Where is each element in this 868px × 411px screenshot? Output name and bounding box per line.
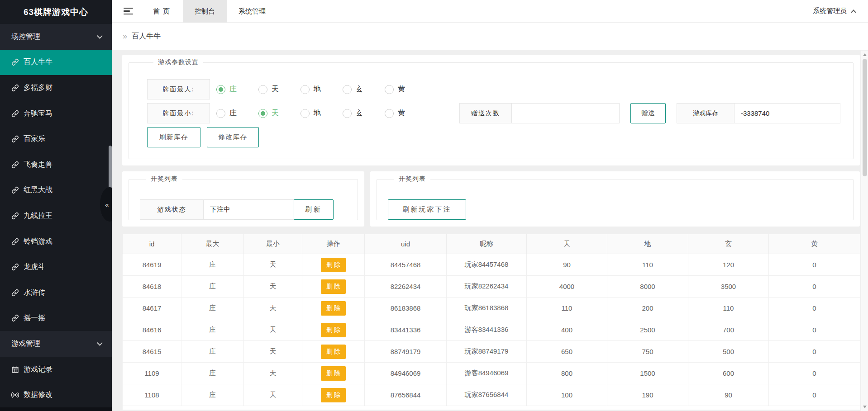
radio-icon (216, 109, 225, 118)
delete-button[interactable]: 删除 (321, 301, 346, 316)
link-icon (11, 135, 19, 143)
scroll-up-icon[interactable] (863, 53, 867, 56)
sidebar-item-game-records[interactable]: 游戏记录 (0, 357, 112, 383)
sidebar-bottom-stub (0, 407, 112, 411)
radio-min-tian[interactable]: 天 (258, 109, 300, 118)
hamburger-icon[interactable] (124, 8, 133, 14)
cell-action: 删除 (302, 276, 365, 298)
table-header-row: id 最大 最小 操作 uid 昵称 天 地 玄 黄 (123, 234, 860, 254)
radio-icon (385, 109, 394, 118)
cell-xuan: 700 (688, 319, 769, 341)
scrollbar-thumb[interactable] (863, 59, 867, 176)
sidebar-item-yaoyiyao[interactable]: 摇一摇 (0, 306, 112, 331)
radio-max-di[interactable]: 地 (300, 85, 343, 94)
radio-min-di[interactable]: 地 (300, 109, 343, 118)
col-action: 操作 (302, 234, 365, 254)
delete-button[interactable]: 删除 (321, 366, 346, 381)
sidebar-section-game-management[interactable]: 游戏管理 (0, 331, 112, 357)
max-radio-group: 庄 天 地 玄 (216, 85, 427, 94)
radio-icon (300, 109, 310, 118)
sidebar-item-label: 龙虎斗 (24, 262, 45, 272)
sidebar-item-label: 百人牛牛 (24, 57, 52, 67)
sidebar-item-label: 铃铛游戏 (24, 237, 52, 246)
tab-home[interactable]: 首页 (143, 0, 183, 23)
delete-button[interactable]: 删除 (321, 279, 346, 294)
radio-min-xuan[interactable]: 玄 (343, 109, 385, 118)
gift-count-input[interactable] (511, 103, 620, 123)
chevron-down-icon (97, 33, 103, 39)
sidebar-item-benchibaoma[interactable]: 奔驰宝马 (0, 101, 112, 127)
link-icon (11, 58, 19, 66)
cell-tian: 100 (527, 384, 607, 406)
cell-action: 删除 (302, 298, 365, 319)
sidebar-item-jiuxianlawang[interactable]: 九线拉王 (0, 203, 112, 229)
top-navbar: 首页 控制台 系统管理 系统管理员 (112, 0, 868, 23)
cell-nick: 游客84946069 (447, 363, 527, 384)
refresh-button[interactable]: 刷新 (294, 199, 334, 220)
gift-button[interactable]: 赠送 (630, 103, 666, 123)
col-huang: 黄 (769, 234, 860, 254)
radio-icon (385, 85, 394, 94)
cell-tian: 4000 (527, 276, 607, 298)
sidebar-item-hongheidazhan[interactable]: 红黑大战 (0, 178, 112, 203)
cell-action: 删除 (302, 341, 365, 363)
radio-max-xuan[interactable]: 玄 (343, 85, 385, 94)
cell-huang: 0 (769, 384, 860, 406)
sidebar-item-baijiale[interactable]: 百家乐 (0, 126, 112, 152)
sidebar-item-lingdangyouxi[interactable]: 铃铛游戏 (0, 229, 112, 255)
sidebar-section-field-control[interactable]: 场控管理 (0, 24, 112, 50)
tab-system-management[interactable]: 系统管理 (227, 0, 277, 23)
sidebar-item-bairenniuniu[interactable]: 百人牛牛 (0, 50, 112, 76)
scroll-down-icon[interactable] (863, 406, 867, 408)
calendar-icon (11, 366, 19, 373)
sidebar-item-data-modify[interactable]: 数据修改 (0, 382, 112, 408)
cell-nick: 玩家82262434 (447, 276, 527, 298)
sidebar-item-shuihuzhuan[interactable]: 水浒传 (0, 280, 112, 306)
cell-min: 天 (244, 384, 302, 406)
cell-xuan: 120 (688, 254, 769, 276)
sidebar: 63棋牌游戏中心 场控管理 百人牛牛 多福多财 奔驰宝马 百家乐 飞禽走兽 (0, 0, 112, 411)
sidebar-section-label: 场控管理 (11, 32, 40, 42)
cell-tian: 110 (527, 298, 607, 319)
refresh-player-bets-button[interactable]: 刷新玩家下注 (388, 199, 466, 220)
sidebar-item-longhudou[interactable]: 龙虎斗 (0, 254, 112, 280)
cell-id: 84617 (123, 298, 181, 319)
panel-legend: 游戏参数设置 (153, 58, 203, 66)
delete-button[interactable]: 删除 (321, 388, 346, 402)
cell-uid: 86183868 (365, 298, 447, 319)
sidebar-item-label: 游戏记录 (24, 365, 52, 374)
delete-button[interactable]: 删除 (321, 345, 346, 359)
radio-max-zhuang[interactable]: 庄 (216, 85, 258, 94)
radio-min-zhuang[interactable]: 庄 (216, 109, 258, 118)
radio-max-tian[interactable]: 天 (258, 85, 300, 94)
game-status-input[interactable] (203, 199, 294, 220)
max-label: 牌面最大: (147, 79, 210, 99)
sidebar-item-label: 水浒传 (24, 288, 45, 298)
table-row: 1108 庄 天 删除 87656844 玩家87656844 100 190 … (123, 384, 860, 406)
page-scrollbar[interactable] (861, 51, 868, 411)
radio-icon (343, 85, 352, 94)
cell-min: 天 (244, 276, 302, 298)
delete-button[interactable]: 删除 (321, 323, 346, 337)
cell-id: 84616 (123, 319, 181, 341)
cell-huang: 0 (769, 363, 860, 384)
refresh-stock-button[interactable]: 刷新库存 (147, 127, 200, 147)
link-icon (11, 84, 19, 92)
game-stock-input[interactable] (734, 103, 840, 123)
tab-console[interactable]: 控制台 (183, 0, 227, 23)
delete-button[interactable]: 删除 (321, 258, 346, 272)
sidebar-item-duofuduocai[interactable]: 多福多财 (0, 75, 112, 101)
radio-icon (300, 85, 310, 94)
cell-min: 天 (244, 298, 302, 319)
modify-stock-button[interactable]: 修改库存 (207, 127, 259, 147)
radio-max-huang[interactable]: 黄 (385, 85, 427, 94)
cell-nick: 玩家84457468 (447, 254, 527, 276)
lottery-panels-row: 开奖列表 游戏状态 刷新 开奖列表 刷新玩家下注 (122, 171, 860, 227)
sidebar-item-feiqinzoushou[interactable]: 飞禽走兽 (0, 152, 112, 178)
cell-tian: 90 (527, 254, 607, 276)
cell-tian: 400 (527, 319, 607, 341)
radio-min-huang[interactable]: 黄 (385, 109, 427, 118)
cell-max: 庄 (181, 319, 244, 341)
panel-legend: 开奖列表 (394, 175, 430, 183)
admin-menu[interactable]: 系统管理员 (813, 7, 855, 15)
